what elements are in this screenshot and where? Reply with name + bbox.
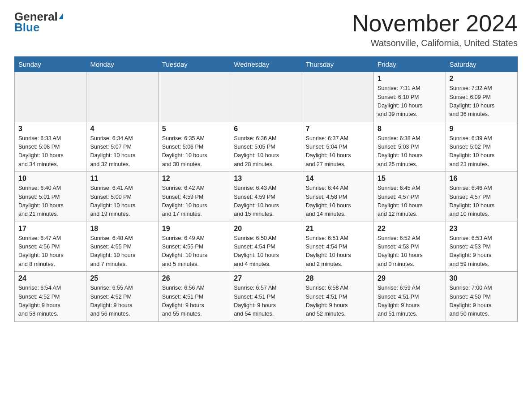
calendar-cell: 23Sunrise: 6:53 AMSunset: 4:53 PMDayligh…: [446, 222, 517, 272]
calendar-cell: 27Sunrise: 6:57 AMSunset: 4:51 PMDayligh…: [230, 272, 302, 322]
calendar-week-row: 1Sunrise: 7:31 AMSunset: 6:10 PMDaylight…: [15, 72, 518, 122]
day-number: 29: [378, 274, 442, 283]
day-info: Sunrise: 6:56 AMSunset: 4:51 PMDaylight:…: [162, 284, 226, 319]
calendar-cell: 11Sunrise: 6:41 AMSunset: 5:00 PMDayligh…: [86, 172, 158, 222]
day-number: 11: [90, 175, 154, 183]
day-number: 21: [306, 225, 370, 233]
calendar-cell: 18Sunrise: 6:48 AMSunset: 4:55 PMDayligh…: [86, 222, 158, 272]
day-number: 12: [162, 175, 226, 183]
day-number: 24: [18, 274, 82, 283]
day-info: Sunrise: 6:45 AMSunset: 4:57 PMDaylight:…: [378, 184, 442, 219]
day-number: 4: [90, 125, 154, 133]
calendar-cell: [230, 72, 302, 122]
weekday-header-wednesday: Wednesday: [230, 57, 302, 72]
day-info: Sunrise: 6:34 AMSunset: 5:07 PMDaylight:…: [90, 134, 154, 169]
day-number: 10: [18, 175, 82, 183]
day-number: 13: [234, 175, 298, 183]
calendar-cell: 6Sunrise: 6:36 AMSunset: 5:05 PMDaylight…: [230, 122, 302, 172]
calendar-table: SundayMondayTuesdayWednesdayThursdayFrid…: [14, 56, 518, 322]
logo: General Blue: [14, 11, 63, 34]
day-info: Sunrise: 6:52 AMSunset: 4:53 PMDaylight:…: [378, 234, 442, 269]
day-number: 19: [162, 225, 226, 233]
day-info: Sunrise: 6:37 AMSunset: 5:04 PMDaylight:…: [306, 134, 370, 169]
day-info: Sunrise: 6:46 AMSunset: 4:57 PMDaylight:…: [450, 184, 514, 219]
day-info: Sunrise: 6:47 AMSunset: 4:56 PMDaylight:…: [18, 234, 82, 269]
day-number: 16: [450, 175, 514, 183]
calendar-cell: 2Sunrise: 7:32 AMSunset: 6:09 PMDaylight…: [446, 72, 517, 122]
calendar-cell: 5Sunrise: 6:35 AMSunset: 5:06 PMDaylight…: [158, 122, 230, 172]
page-header: General Blue November 2024 Watsonville, …: [14, 11, 518, 48]
day-number: 5: [162, 125, 226, 133]
day-info: Sunrise: 6:53 AMSunset: 4:53 PMDaylight:…: [450, 234, 514, 269]
day-number: 15: [378, 175, 442, 183]
title-block: November 2024 Watsonville, California, U…: [352, 11, 518, 48]
day-info: Sunrise: 6:41 AMSunset: 5:00 PMDaylight:…: [90, 184, 154, 219]
weekday-header-tuesday: Tuesday: [158, 57, 230, 72]
weekday-header-sunday: Sunday: [15, 57, 86, 72]
calendar-cell: 19Sunrise: 6:49 AMSunset: 4:55 PMDayligh…: [158, 222, 230, 272]
day-number: 22: [378, 225, 442, 233]
calendar-cell: 21Sunrise: 6:51 AMSunset: 4:54 PMDayligh…: [302, 222, 373, 272]
calendar-cell: 28Sunrise: 6:58 AMSunset: 4:51 PMDayligh…: [302, 272, 373, 322]
calendar-cell: 14Sunrise: 6:44 AMSunset: 4:58 PMDayligh…: [302, 172, 373, 222]
day-number: 30: [450, 274, 514, 283]
day-info: Sunrise: 6:38 AMSunset: 5:03 PMDaylight:…: [378, 134, 442, 169]
day-info: Sunrise: 6:40 AMSunset: 5:01 PMDaylight:…: [18, 184, 82, 219]
day-info: Sunrise: 6:35 AMSunset: 5:06 PMDaylight:…: [162, 134, 226, 169]
day-number: 18: [90, 225, 154, 233]
calendar-cell: 7Sunrise: 6:37 AMSunset: 5:04 PMDaylight…: [302, 122, 373, 172]
calendar-cell: 17Sunrise: 6:47 AMSunset: 4:56 PMDayligh…: [15, 222, 86, 272]
calendar-cell: 22Sunrise: 6:52 AMSunset: 4:53 PMDayligh…: [374, 222, 446, 272]
calendar-week-row: 10Sunrise: 6:40 AMSunset: 5:01 PMDayligh…: [15, 172, 518, 222]
day-number: 2: [450, 75, 514, 83]
day-number: 26: [162, 274, 226, 283]
calendar-cell: 8Sunrise: 6:38 AMSunset: 5:03 PMDaylight…: [374, 122, 446, 172]
weekday-header-thursday: Thursday: [302, 57, 373, 72]
day-number: 7: [306, 125, 370, 133]
day-info: Sunrise: 6:57 AMSunset: 4:51 PMDaylight:…: [234, 284, 298, 319]
day-info: Sunrise: 6:59 AMSunset: 4:51 PMDaylight:…: [378, 284, 442, 319]
day-number: 28: [306, 274, 370, 283]
month-title: November 2024: [352, 11, 518, 36]
calendar-cell: 15Sunrise: 6:45 AMSunset: 4:57 PMDayligh…: [374, 172, 446, 222]
day-number: 25: [90, 274, 154, 283]
calendar-cell: 24Sunrise: 6:54 AMSunset: 4:52 PMDayligh…: [15, 272, 86, 322]
day-info: Sunrise: 6:36 AMSunset: 5:05 PMDaylight:…: [234, 134, 298, 169]
day-number: 3: [18, 125, 82, 133]
day-info: Sunrise: 7:32 AMSunset: 6:09 PMDaylight:…: [450, 84, 514, 119]
calendar-cell: [15, 72, 86, 122]
day-number: 6: [234, 125, 298, 133]
calendar-cell: 16Sunrise: 6:46 AMSunset: 4:57 PMDayligh…: [446, 172, 517, 222]
calendar-cell: 4Sunrise: 6:34 AMSunset: 5:07 PMDaylight…: [86, 122, 158, 172]
calendar-cell: 25Sunrise: 6:55 AMSunset: 4:52 PMDayligh…: [86, 272, 158, 322]
calendar-cell: [302, 72, 373, 122]
calendar-cell: 30Sunrise: 7:00 AMSunset: 4:50 PMDayligh…: [446, 272, 517, 322]
day-info: Sunrise: 6:42 AMSunset: 4:59 PMDaylight:…: [162, 184, 226, 219]
calendar-cell: 26Sunrise: 6:56 AMSunset: 4:51 PMDayligh…: [158, 272, 230, 322]
weekday-header-row: SundayMondayTuesdayWednesdayThursdayFrid…: [15, 57, 518, 72]
day-info: Sunrise: 7:00 AMSunset: 4:50 PMDaylight:…: [450, 284, 514, 319]
calendar-cell: 12Sunrise: 6:42 AMSunset: 4:59 PMDayligh…: [158, 172, 230, 222]
logo-blue: Blue: [14, 21, 39, 34]
day-number: 27: [234, 274, 298, 283]
day-info: Sunrise: 7:31 AMSunset: 6:10 PMDaylight:…: [378, 84, 442, 119]
calendar-cell: 3Sunrise: 6:33 AMSunset: 5:08 PMDaylight…: [15, 122, 86, 172]
calendar-cell: 29Sunrise: 6:59 AMSunset: 4:51 PMDayligh…: [374, 272, 446, 322]
weekday-header-saturday: Saturday: [446, 57, 517, 72]
day-info: Sunrise: 6:49 AMSunset: 4:55 PMDaylight:…: [162, 234, 226, 269]
calendar-week-row: 24Sunrise: 6:54 AMSunset: 4:52 PMDayligh…: [15, 272, 518, 322]
calendar-cell: 1Sunrise: 7:31 AMSunset: 6:10 PMDaylight…: [374, 72, 446, 122]
day-info: Sunrise: 6:58 AMSunset: 4:51 PMDaylight:…: [306, 284, 370, 319]
day-number: 14: [306, 175, 370, 183]
day-info: Sunrise: 6:54 AMSunset: 4:52 PMDaylight:…: [18, 284, 82, 319]
day-number: 9: [450, 125, 514, 133]
day-number: 17: [18, 225, 82, 233]
day-info: Sunrise: 6:43 AMSunset: 4:59 PMDaylight:…: [234, 184, 298, 219]
calendar-cell: [158, 72, 230, 122]
day-info: Sunrise: 6:51 AMSunset: 4:54 PMDaylight:…: [306, 234, 370, 269]
day-number: 8: [378, 125, 442, 133]
calendar-body: 1Sunrise: 7:31 AMSunset: 6:10 PMDaylight…: [15, 72, 518, 322]
calendar-cell: [86, 72, 158, 122]
day-info: Sunrise: 6:39 AMSunset: 5:02 PMDaylight:…: [450, 134, 514, 169]
logo-triangle-icon: [59, 13, 63, 19]
